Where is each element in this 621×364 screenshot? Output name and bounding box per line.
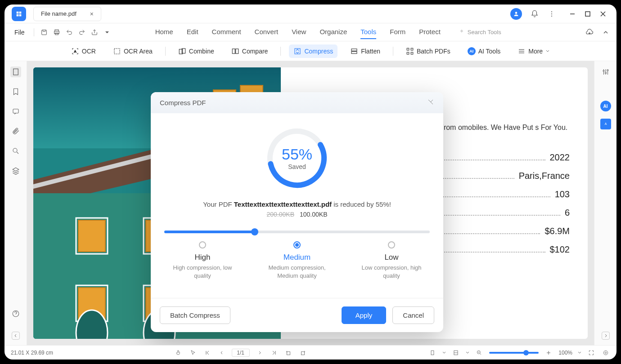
tab-protect[interactable]: Protect	[419, 25, 441, 39]
slider-handle[interactable]	[251, 228, 258, 235]
tab-form[interactable]: Form	[390, 25, 405, 39]
svg-rect-64	[287, 351, 290, 355]
modal-body: 55% Saved Your PDF Texttexttexttexttextt…	[151, 113, 443, 298]
quality-options: High High compression, low quality Mediu…	[164, 241, 430, 280]
old-size: 200.00KB	[267, 211, 295, 218]
svg-rect-22	[411, 48, 413, 50]
cancel-button[interactable]: Cancel	[392, 306, 434, 324]
quality-medium[interactable]: Medium Medium compression, Medium qualit…	[259, 241, 335, 280]
svg-rect-24	[411, 52, 413, 54]
tab-home[interactable]: Home	[155, 25, 173, 39]
apply-button[interactable]: Apply	[342, 306, 387, 324]
ocr-area-icon	[113, 47, 121, 55]
radio-high[interactable]	[199, 241, 206, 249]
page-dimensions: 21.01 X 29.69 cm	[11, 350, 53, 356]
batch-compress-button[interactable]: Batch Compress	[160, 306, 230, 324]
compare-button[interactable]: Compare	[227, 44, 273, 58]
content-area: ian Holiday With Historical ralian Museu…	[4, 61, 616, 345]
tab-organize[interactable]: Organize	[320, 25, 347, 39]
svg-rect-11	[55, 33, 58, 35]
zoom-in-icon[interactable]	[544, 348, 553, 357]
ocr-button[interactable]: AOCR	[67, 44, 100, 58]
cloud-icon[interactable]	[585, 28, 594, 37]
tab-edit[interactable]: Edit	[187, 25, 198, 39]
rotate-left-icon[interactable]	[284, 348, 293, 357]
app-logo[interactable]	[12, 7, 26, 21]
ocr-icon: A	[71, 47, 79, 55]
quality-high[interactable]: High High compression, low quality	[164, 241, 241, 280]
zoom-slider[interactable]	[489, 352, 539, 354]
status-bar: 21.01 X 29.69 cm 1/1 100%	[4, 345, 616, 360]
sparkle-icon	[459, 29, 465, 36]
radio-medium[interactable]	[293, 241, 301, 249]
modal-close-icon[interactable]	[427, 98, 434, 107]
fit-page-icon[interactable]	[451, 348, 460, 357]
zoom-out-icon[interactable]	[475, 348, 484, 357]
print-icon[interactable]	[52, 28, 61, 37]
user-avatar[interactable]	[510, 8, 522, 20]
chevron-down-icon[interactable]	[466, 351, 469, 355]
titlebar: File name.pdf ×	[4, 4, 616, 23]
file-menu[interactable]: File	[11, 27, 28, 38]
chevron-up-icon[interactable]	[601, 28, 610, 37]
svg-rect-19	[351, 49, 357, 51]
first-page-icon[interactable]	[203, 348, 212, 357]
compress-button[interactable]: Compress	[289, 44, 338, 58]
compare-icon	[231, 47, 239, 55]
chevron-down-icon[interactable]	[578, 351, 581, 355]
modal-header: Compress PDF	[151, 92, 443, 113]
ai-tools-button[interactable]: AIAI Tools	[463, 44, 505, 58]
more-button[interactable]: More	[513, 44, 554, 58]
fullscreen-icon[interactable]	[587, 348, 596, 357]
search-tools[interactable]: Search Tools	[459, 25, 501, 39]
size-comparison: 200.00KB 100.00KB	[267, 211, 328, 218]
rotate-right-icon[interactable]	[298, 348, 307, 357]
window-close[interactable]	[599, 10, 607, 18]
dropdown-icon[interactable]	[103, 28, 112, 37]
tab-view[interactable]: View	[292, 25, 306, 39]
tab-comment[interactable]: Comment	[212, 25, 241, 39]
modal-overlay: Compress PDF 55% Saved	[4, 61, 616, 345]
chevron-down-icon[interactable]	[442, 351, 446, 355]
svg-rect-23	[407, 52, 409, 54]
page-input[interactable]: 1/1	[232, 349, 250, 357]
tab-close-icon[interactable]: ×	[90, 10, 94, 18]
quality-low[interactable]: Low Low compression, high quality	[353, 241, 430, 280]
notification-bell-icon[interactable]	[530, 9, 539, 18]
modal-title: Compress PDF	[160, 99, 206, 107]
tab-tools[interactable]: Tools	[360, 25, 376, 39]
last-page-icon[interactable]	[270, 348, 279, 357]
document-tab[interactable]: File name.pdf ×	[33, 7, 101, 21]
batch-icon	[406, 47, 414, 55]
compress-icon	[293, 47, 302, 55]
svg-rect-13	[114, 49, 120, 54]
tab-filename: File name.pdf	[41, 10, 76, 17]
share-icon[interactable]	[90, 28, 99, 37]
redo-icon[interactable]	[77, 28, 86, 37]
menubar: File Home Edit Comment Convert View Orga…	[4, 23, 616, 41]
more-menu-icon[interactable]	[547, 9, 556, 18]
logo-icon	[15, 10, 22, 18]
save-icon[interactable]	[40, 28, 49, 37]
next-page-icon[interactable]	[255, 348, 264, 357]
window-minimize[interactable]	[569, 10, 576, 18]
quality-slider[interactable]	[164, 231, 430, 233]
hand-tool-icon[interactable]	[174, 348, 183, 357]
combine-button[interactable]: Combine	[174, 44, 219, 58]
ocr-area-button[interactable]: OCR Area	[108, 44, 157, 58]
zoom-thumb[interactable]	[523, 350, 529, 355]
flatten-icon	[350, 47, 358, 55]
undo-icon[interactable]	[65, 28, 74, 37]
flatten-button[interactable]: Flatten	[346, 44, 385, 58]
window-maximize[interactable]	[584, 10, 591, 18]
svg-point-74	[603, 351, 608, 355]
prev-page-icon[interactable]	[217, 348, 226, 357]
reading-mode-icon[interactable]	[601, 348, 610, 357]
svg-line-71	[480, 353, 481, 354]
svg-rect-65	[301, 351, 304, 355]
select-tool-icon[interactable]	[189, 348, 198, 357]
radio-low[interactable]	[388, 241, 395, 249]
tab-convert[interactable]: Convert	[255, 25, 279, 39]
batch-button[interactable]: Batch PDFs	[401, 44, 455, 58]
fit-width-icon[interactable]	[428, 348, 437, 357]
